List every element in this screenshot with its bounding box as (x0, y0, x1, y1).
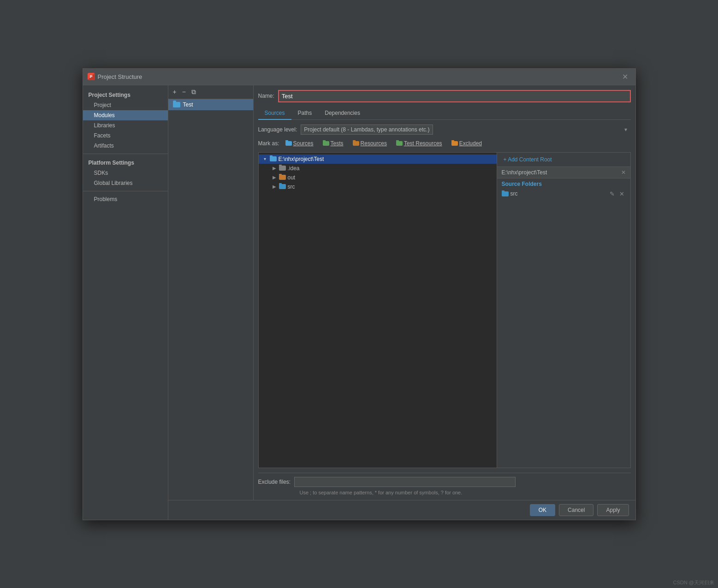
tab-sources[interactable]: Sources (258, 107, 291, 120)
out-folder-icon (279, 175, 286, 180)
dialog-body: Project Settings Project Modules Librari… (83, 85, 635, 520)
source-folder-actions: ✎ ✕ (608, 190, 626, 198)
ok-button[interactable]: OK (530, 504, 555, 516)
tree-item-src[interactable]: ▶ src (259, 182, 497, 191)
delete-source-folder-button[interactable]: ✕ (618, 190, 626, 198)
module-toolbar: + − ⧉ (168, 85, 253, 99)
file-tree-panel: ▾ E:\nhx\project\Test ▶ .idea (258, 152, 497, 468)
sidebar-item-libraries[interactable]: Libraries (83, 120, 168, 131)
platform-settings-label: Platform Settings (83, 157, 168, 168)
mark-as-sources-button[interactable]: Sources (282, 139, 317, 148)
lang-row: Language level: Project default (8 - Lam… (258, 125, 631, 135)
tree-arrow-src: ▶ (272, 184, 277, 189)
title-bar-left: P Project Structure (88, 73, 142, 80)
exclude-files-input[interactable] (294, 477, 516, 487)
tabs-row: Sources Paths Dependencies (258, 107, 631, 120)
mark-as-label: Mark as: (258, 140, 279, 147)
split-area: ▾ E:\nhx\project\Test ▶ .idea (258, 152, 631, 468)
mark-as-tests-button[interactable]: Tests (320, 139, 347, 148)
tree-item-src-label: src (288, 184, 295, 190)
tree-arrow-idea: ▶ (272, 166, 277, 171)
source-folders-panel: + Add Content Root E:\nhx\project\Test ✕… (497, 152, 631, 468)
name-row: Name: (258, 90, 631, 102)
sources-folder-icon (285, 141, 292, 146)
sidebar-item-global-libraries[interactable]: Global Libraries (83, 178, 168, 188)
tree-item-out-label: out (288, 174, 296, 181)
right-panel: Name: Sources Paths (254, 85, 635, 500)
sidebar-item-facets[interactable]: Facets (83, 131, 168, 141)
mark-as-resources-button[interactable]: Resources (350, 139, 390, 148)
copy-module-button[interactable]: ⧉ (190, 87, 198, 97)
path-close-button[interactable]: ✕ (621, 169, 626, 176)
name-label: Name: (258, 93, 274, 99)
cancel-button[interactable]: Cancel (559, 504, 593, 516)
root-folder-icon (270, 156, 277, 161)
project-structure-dialog: P Project Structure ✕ Project Settings P… (83, 68, 636, 520)
mark-as-test-resources-button[interactable]: Test Resources (393, 139, 445, 148)
language-level-select[interactable]: Project default (8 - Lambdas, type annot… (301, 125, 433, 135)
module-area: + − ⧉ Test Name: (168, 85, 635, 500)
tab-dependencies[interactable]: Dependencies (318, 107, 367, 120)
src-source-icon (502, 191, 509, 196)
name-input-wrapper (278, 90, 631, 102)
src-folder-icon (279, 184, 286, 189)
mark-as-row: Mark as: Sources Tests Resources (258, 139, 631, 148)
path-label: E:\nhx\project\Test (502, 169, 547, 176)
edit-source-folder-button[interactable]: ✎ (608, 190, 616, 198)
source-folders-path: E:\nhx\project\Test ✕ (497, 167, 630, 178)
mark-as-excluded-button[interactable]: Excluded (448, 139, 485, 148)
tree-root-label: E:\nhx\project\Test (279, 156, 324, 162)
module-list: Test (168, 99, 253, 500)
close-button[interactable]: ✕ (619, 71, 631, 82)
sidebar-item-problems[interactable]: Problems (83, 194, 168, 204)
name-input[interactable] (279, 91, 630, 101)
excluded-folder-icon (451, 141, 458, 146)
sidebar-item-modules[interactable]: Modules (83, 110, 168, 120)
source-folder-item-left: src (502, 190, 518, 197)
source-folders-header: + Add Content Root (497, 153, 630, 167)
tree-item-idea[interactable]: ▶ .idea (259, 164, 497, 173)
src-folder-name: src (510, 190, 518, 197)
source-folders-section-label: Source Folders (497, 178, 630, 189)
tree-arrow-root: ▾ (262, 156, 268, 161)
tree-item-idea-label: .idea (288, 165, 300, 172)
sidebar-item-sdks[interactable]: SDKs (83, 168, 168, 178)
module-folder-icon (173, 102, 180, 107)
source-folder-item-src: src ✎ ✕ (497, 189, 630, 199)
remove-module-button[interactable]: − (180, 87, 188, 96)
add-module-button[interactable]: + (171, 87, 178, 96)
language-level-label: Language level: (258, 126, 297, 133)
watermark: CSDN @天河归来 (673, 579, 714, 586)
title-bar: P Project Structure ✕ (83, 69, 635, 85)
sidebar-item-artifacts[interactable]: Artifacts (83, 141, 168, 151)
module-item-label: Test (183, 101, 193, 108)
sidebar-item-project[interactable]: Project (83, 100, 168, 110)
tree-root-item[interactable]: ▾ E:\nhx\project\Test (259, 154, 497, 164)
apply-button[interactable]: Apply (597, 504, 629, 516)
tree-item-out[interactable]: ▶ out (259, 173, 497, 182)
exclude-files-label: Exclude files: (258, 479, 291, 485)
sidebar-divider (83, 154, 168, 154)
sidebar: Project Settings Project Modules Librari… (83, 85, 168, 520)
bottom-area: Exclude files: Use ; to separate name pa… (258, 473, 631, 495)
module-item-test[interactable]: Test (168, 99, 253, 110)
tests-folder-icon (323, 141, 329, 146)
language-level-select-wrapper: Project default (8 - Lambdas, type annot… (301, 125, 630, 135)
tree-arrow-out: ▶ (272, 175, 277, 180)
exclude-hint-text: Use ; to separate name patterns, * for a… (300, 490, 631, 495)
idea-folder-icon (279, 166, 286, 171)
exclude-files-row: Exclude files: (258, 477, 631, 487)
main-content: + − ⧉ Test Name: (168, 85, 635, 520)
dialog-title: Project Structure (98, 73, 142, 80)
project-settings-label: Project Settings (83, 89, 168, 100)
sidebar-divider-2 (83, 191, 168, 191)
dialog-footer: OK Cancel Apply (168, 500, 635, 520)
resources-folder-icon (353, 141, 359, 146)
test-resources-folder-icon (396, 141, 403, 146)
app-icon: P (88, 73, 95, 80)
add-content-root-button[interactable]: + Add Content Root (502, 155, 554, 164)
tab-paths[interactable]: Paths (291, 107, 319, 120)
module-list-panel: + − ⧉ Test (168, 85, 254, 500)
